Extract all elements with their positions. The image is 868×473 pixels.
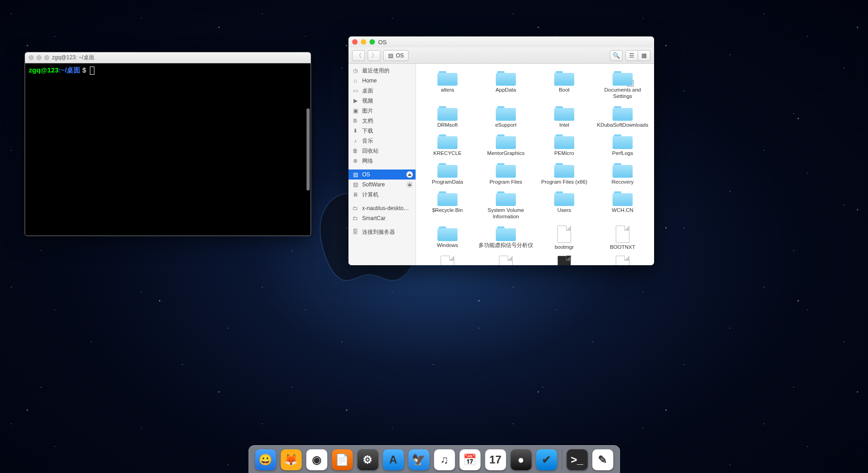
window-close-button[interactable] — [352, 39, 358, 45]
file-item[interactable]: altera — [419, 68, 476, 102]
sidebar-item--[interactable]: ⊕网络 — [348, 156, 416, 166]
file-icon — [616, 256, 629, 265]
window-minimize-button[interactable] — [36, 55, 42, 60]
sidebar-item--[interactable]: ◷最近使用的 — [348, 66, 416, 76]
disk-icon: ▤ — [352, 181, 359, 188]
dock-calendar[interactable]: 17 — [485, 449, 506, 470]
terminal-title-text: zgq@123: ~/桌面 — [52, 54, 94, 62]
nav-forward-button[interactable]: 〉 — [368, 50, 380, 61]
file-item[interactable]: System Volume Information — [477, 189, 535, 222]
breadcrumb[interactable]: ▤ OS — [383, 50, 409, 61]
file-manager-window[interactable]: OS 〈 〉 ▤ OS 🔍 ☰ ▦ ◷最近使用的⌂Home▭桌面▶视频▣图片🗎文… — [348, 36, 654, 265]
terminal-titlebar[interactable]: zgq@123: ~/桌面 — [25, 52, 311, 63]
dock-terminal[interactable]: >_ — [567, 449, 587, 470]
file-item[interactable] — [594, 254, 651, 265]
sidebar-item-home[interactable]: ⌂Home — [348, 76, 416, 86]
quicktime-icon: ● — [518, 453, 525, 466]
fm-content[interactable]: alteraAppDataBoot↗Documents and Settings… — [416, 64, 654, 265]
sidebar-item--[interactable]: 🗄连接到服务器 — [348, 227, 416, 237]
sidebar-item-smartcar[interactable]: 🗀SmartCar — [348, 213, 416, 223]
window-minimize-button[interactable] — [361, 39, 366, 45]
dock-finder[interactable]: 😀 — [255, 449, 276, 470]
file-item[interactable]: Recovery — [594, 160, 651, 187]
file-item[interactable] — [477, 254, 535, 265]
file-item[interactable] — [535, 254, 593, 265]
fm-titlebar[interactable]: OS — [348, 36, 654, 47]
sidebar-item-label: 下载 — [362, 127, 373, 135]
file-item[interactable]: Program Files (x86) — [535, 160, 593, 187]
file-icon — [499, 256, 513, 265]
sidebar-item--[interactable]: ⬇下载 — [348, 126, 416, 136]
terminal-body[interactable]: zgq@123:~/桌面 $ — [25, 63, 311, 236]
dock-mail[interactable]: 🦅 — [408, 449, 429, 470]
dock-appstore[interactable]: A — [383, 449, 404, 470]
file-item[interactable]: MentorGraphics — [477, 132, 535, 158]
file-item[interactable]: AppData — [477, 68, 535, 102]
file-item[interactable]: KDubaSoftDownloads — [594, 103, 651, 130]
file-item[interactable]: Program Files — [477, 160, 535, 187]
dock-textedit[interactable]: ✎ — [592, 449, 613, 470]
sidebar-item--[interactable]: 🗎文档 — [348, 116, 416, 126]
dock-music[interactable]: ♫ — [434, 449, 455, 470]
file-item-label: Program Files — [489, 179, 522, 185]
sidebar-item--[interactable]: 🖥计算机 — [348, 190, 416, 200]
sidebar-item-os[interactable]: ▤OS⏏ — [348, 170, 416, 180]
file-item[interactable]: Boot — [535, 68, 593, 102]
sidebar-item-software[interactable]: ▤SoftWare⏏ — [348, 180, 416, 190]
file-item[interactable]: BOOTNXT — [594, 224, 651, 252]
image-icon: ▣ — [352, 108, 359, 114]
file-item[interactable]: ↗Documents and Settings — [594, 68, 651, 102]
terminal-window[interactable]: zgq@123: ~/桌面 zgq@123:~/桌面 $ — [25, 52, 311, 236]
window-maximize-button[interactable] — [44, 55, 49, 60]
file-item-label: AppData — [496, 87, 516, 93]
dock-ical[interactable]: 📅 — [459, 449, 480, 470]
home-icon: ⌂ — [352, 77, 359, 84]
music-icon: ♫ — [440, 453, 448, 466]
sidebar-item--[interactable]: ▣图片 — [348, 106, 416, 116]
folder-icon — [496, 226, 516, 241]
sidebar-item--[interactable]: ▭桌面 — [348, 86, 416, 96]
file-item[interactable]: PerfLogs — [594, 132, 651, 158]
view-list-button[interactable]: ☰ — [625, 50, 638, 61]
nav-back-button[interactable]: 〈 — [352, 50, 365, 61]
server-icon: 🗄 — [352, 229, 359, 235]
file-item[interactable]: eSupport — [477, 103, 535, 130]
eject-icon[interactable]: ⏏ — [406, 171, 413, 178]
view-grid-button[interactable]: ▦ — [638, 50, 650, 61]
sidebar-item-label: 文档 — [362, 117, 373, 125]
dock-quicktime[interactable]: ● — [510, 449, 531, 470]
dock-clean[interactable]: ✔ — [536, 449, 557, 470]
file-icon — [557, 256, 571, 265]
file-item[interactable]: KRECYCLE — [419, 132, 476, 158]
file-item[interactable]: PEMicro — [535, 132, 593, 158]
file-item[interactable]: 多功能虚拟信号分析仪 — [477, 224, 535, 252]
sidebar-item--[interactable]: ▶视频 — [348, 96, 416, 106]
file-item[interactable]: ProgramData — [419, 160, 476, 187]
window-close-button[interactable] — [29, 55, 34, 60]
prompt-path: ~/桌面 — [61, 66, 80, 74]
file-item[interactable]: bootmgr — [535, 224, 593, 252]
eject-icon[interactable]: ⏏ — [406, 181, 413, 188]
sidebar-item-label: Home — [362, 77, 377, 84]
sidebar-item--[interactable]: ♪音乐 — [348, 136, 416, 146]
terminal-scrollbar[interactable] — [307, 108, 310, 190]
file-item[interactable] — [419, 254, 476, 265]
file-item[interactable]: WCH.CN — [594, 189, 651, 222]
dock-pdf[interactable]: 📄 — [332, 449, 353, 470]
file-item[interactable]: $Recycle.Bin — [419, 189, 476, 222]
dock-firefox[interactable]: 🦊 — [281, 449, 301, 470]
file-icon — [557, 226, 571, 243]
file-item[interactable]: Users — [535, 189, 593, 222]
sidebar-item--[interactable]: 🗑回收站 — [348, 146, 416, 156]
folder-icon — [437, 226, 457, 241]
sidebar-item-x-nautilus-deskto-[interactable]: 🗀x-nautilus-deskto… — [348, 203, 416, 213]
sidebar-item-label: 回收站 — [362, 147, 379, 155]
sidebar-item-label: 网络 — [362, 157, 373, 165]
window-maximize-button[interactable] — [369, 39, 375, 45]
search-button[interactable]: 🔍 — [610, 50, 623, 61]
file-item[interactable]: Windows — [419, 224, 476, 252]
dock-chrome[interactable]: ◉ — [306, 449, 327, 470]
file-item[interactable]: DRMsoft — [419, 103, 476, 130]
dock-settings[interactable]: ⚙ — [357, 449, 378, 470]
file-item[interactable]: Intel — [535, 103, 593, 130]
